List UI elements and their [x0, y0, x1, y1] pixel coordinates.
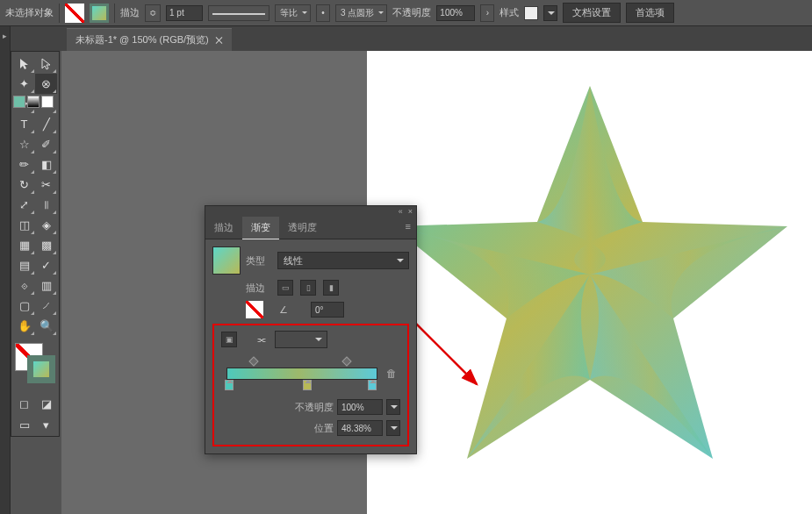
zoom-tool[interactable]: 🔍 — [35, 316, 57, 336]
star-tool[interactable]: ☆ — [13, 134, 35, 154]
pencil-tool[interactable]: ✏ — [13, 154, 35, 175]
scissors-tool[interactable]: ✂ — [35, 175, 57, 195]
preferences-button[interactable]: 首选项 — [626, 3, 674, 23]
free-transform-tool[interactable]: ◫ — [13, 215, 35, 235]
reverse-gradient-swatch[interactable] — [246, 301, 263, 318]
fill-swatch-none[interactable] — [65, 4, 84, 23]
fill-stroke-block — [13, 341, 57, 392]
midpoint-diamond[interactable] — [248, 356, 258, 366]
opacity-dropdown[interactable] — [386, 399, 400, 415]
star-shape[interactable] — [384, 77, 796, 472]
color-stop-left[interactable] — [225, 380, 234, 390]
slice-tool[interactable]: ⟋ — [35, 296, 57, 316]
aspect-ratio-icon[interactable]: ▣ — [221, 332, 237, 347]
lasso-tool[interactable]: ⊗ — [35, 74, 57, 94]
direct-selection-tool[interactable] — [35, 54, 57, 74]
gradient-thumbnail[interactable] — [212, 246, 241, 275]
panel-body: 类型 线性 描边 ▭ ▯ ▮ ∠ ▣ ⫘ — [205, 239, 416, 453]
draw-normal-icon[interactable]: ◻ — [13, 394, 35, 413]
angle-icon: ∠ — [279, 304, 305, 316]
collapse-icon[interactable]: « — [399, 207, 403, 216]
paintbrush-tool[interactable]: ✐ — [35, 134, 57, 154]
expand-arrow-icon: ▸ — [0, 32, 10, 40]
hand-tool[interactable]: ✋ — [13, 316, 35, 336]
blend-tool[interactable]: ⟐ — [13, 275, 35, 296]
eraser-tool[interactable]: ◧ — [35, 154, 57, 175]
aspect-dropdown[interactable] — [275, 331, 327, 348]
scale-tool[interactable]: ⤢ — [13, 195, 35, 215]
opacity-input[interactable] — [436, 5, 475, 21]
stroke-along-icon[interactable]: ▯ — [300, 280, 316, 296]
stroke-label: 描边 — [120, 6, 140, 19]
panel-tabs: 描边 渐变 透明度 ≡ — [205, 217, 416, 239]
stroke-across-icon[interactable]: ▮ — [323, 280, 339, 296]
tab-transparency[interactable]: 透明度 — [279, 217, 326, 239]
separator — [114, 4, 115, 23]
type-tool[interactable]: T — [13, 114, 35, 134]
type-label: 类型 — [246, 254, 272, 268]
stroke-color-swatch[interactable] — [27, 355, 55, 383]
gradient-mode-swatch[interactable] — [27, 96, 40, 108]
stroke-weight-input[interactable] — [166, 5, 203, 21]
color-stop-right[interactable] — [368, 380, 377, 390]
brush-dropdown[interactable]: 3 点圆形 — [335, 4, 387, 22]
link-icon[interactable]: ⫘ — [256, 334, 266, 345]
stroke-swatch[interactable] — [90, 4, 109, 23]
separator — [59, 4, 60, 23]
style-label: 样式 — [499, 6, 519, 19]
selection-status: 未选择对象 — [5, 6, 54, 19]
shape-builder-tool[interactable]: ◈ — [35, 215, 57, 235]
color-mode-swatch[interactable] — [13, 96, 25, 108]
document-setup-button[interactable]: 文档设置 — [563, 3, 621, 23]
stop-opacity-input[interactable] — [337, 399, 383, 415]
variable-width-dropdown[interactable]: 等比 — [275, 4, 311, 22]
position-dropdown[interactable] — [386, 420, 400, 436]
stroke-stepper[interactable]: ≎ — [145, 4, 161, 22]
tools-panel: ✦ ⊗ ✒ ✎ T ╱ ☆ ✐ ✏ ◧ ↻ ✂ ⤢ ⫴ ◫ ◈ ▦ ▩ ▤ ✓ … — [11, 51, 60, 437]
screen-mode-icon[interactable]: ▭ — [13, 415, 35, 434]
gradient-tool[interactable]: ▤ — [13, 255, 35, 275]
screen-mode-toggle[interactable]: ▾ — [35, 415, 57, 434]
close-icon[interactable] — [216, 37, 223, 44]
stroke-within-icon[interactable]: ▭ — [277, 280, 293, 296]
opacity-label: 不透明度 — [392, 6, 431, 19]
rotate-tool[interactable]: ↻ — [13, 175, 35, 195]
eyedropper-tool[interactable]: ✓ — [35, 255, 57, 275]
stop-position-input[interactable] — [337, 420, 383, 436]
midpoint-diamond[interactable] — [341, 356, 351, 366]
close-icon[interactable]: × — [408, 207, 413, 216]
color-stop-mid[interactable] — [303, 380, 312, 390]
gradient-type-dropdown[interactable]: 线性 — [277, 252, 409, 269]
tab-stroke[interactable]: 描边 — [205, 217, 242, 239]
opacity-more-icon[interactable]: › — [480, 4, 494, 22]
angle-input[interactable] — [311, 302, 344, 318]
top-control-bar: 未选择对象 描边 ≎ 等比 • 3 点圆形 不透明度 › 样式 文档设置 首选项 — [0, 0, 812, 26]
column-graph-tool[interactable]: ▥ — [35, 275, 57, 296]
gradient-panel: « × 描边 渐变 透明度 ≡ 类型 线性 描边 ▭ ▯ ▮ — [205, 205, 417, 454]
panel-header[interactable]: « × — [205, 206, 416, 217]
gradient-bar[interactable] — [226, 368, 377, 380]
line-tool[interactable]: ╱ — [35, 114, 57, 134]
width-tool[interactable]: ⫴ — [35, 195, 57, 215]
brush-dot-icon: • — [316, 4, 330, 22]
opacity-field-label: 不透明度 — [295, 401, 334, 414]
stroke-apply-label: 描边 — [246, 282, 272, 295]
workspace: « × 描边 渐变 透明度 ≡ 类型 线性 描边 ▭ ▯ ▮ — [61, 51, 812, 514]
mesh-tool[interactable]: ▩ — [35, 235, 57, 255]
magic-wand-tool[interactable]: ✦ — [13, 74, 35, 94]
trash-icon[interactable]: 🗑 — [384, 367, 399, 381]
draw-behind-icon[interactable]: ◪ — [35, 394, 57, 413]
tab-gradient[interactable]: 渐变 — [242, 217, 279, 239]
none-mode-swatch[interactable] — [41, 96, 54, 108]
artboard-tool[interactable]: ▢ — [13, 296, 35, 316]
gradient-slider[interactable]: 🗑 — [221, 355, 400, 394]
document-tab[interactable]: 未标题-1* @ 150% (RGB/预览) — [67, 28, 232, 51]
panel-menu-icon[interactable]: ≡ — [400, 217, 416, 239]
selection-tool[interactable] — [13, 54, 35, 74]
left-collapse-strip[interactable]: ▸ — [0, 26, 11, 514]
perspective-grid-tool[interactable]: ▦ — [13, 235, 35, 255]
stroke-profile-preview[interactable] — [208, 5, 269, 21]
style-dropdown[interactable] — [543, 5, 557, 21]
artboard-canvas[interactable] — [367, 51, 812, 514]
graphic-style-swatch[interactable] — [524, 6, 538, 20]
